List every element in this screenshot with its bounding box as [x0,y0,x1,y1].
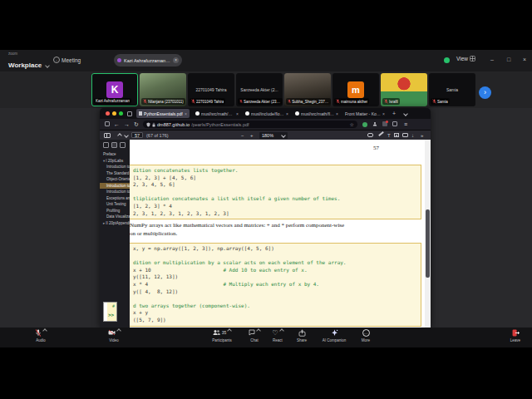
outline-item-active[interactable]: Introduction to NumPy [100,183,130,190]
chat-icon [249,329,255,336]
zoom-out-icon[interactable]: − [241,132,244,139]
text-tool-icon[interactable]: T [387,132,391,139]
ai-companion-button[interactable]: AI Companion [316,329,352,342]
outline-view-icon[interactable] [111,142,117,148]
sidebar-toggle-icon[interactable] [105,121,110,126]
close-window-button[interactable]: × [523,56,526,64]
share-tab-close-icon[interactable]: × [173,57,179,63]
audio-button[interactable]: Audio [25,329,57,342]
participant-name-label: Nilanjana (23701011) [141,98,185,105]
menu-icon[interactable]: ≡ [404,121,407,128]
list-tabs-chevron-icon[interactable] [403,111,408,116]
browser-tab[interactable]: musl/src/math/floor.c at maste × [293,109,341,118]
image-tool-icon[interactable] [394,133,399,137]
outline-item[interactable]: Profiling [100,208,130,214]
zoom-logo: zoom [8,52,49,57]
pdf-scrollbar[interactable] [425,140,431,328]
chat-options-chevron-icon[interactable] [256,328,261,333]
browser-tab-active[interactable]: PythonEssentials.pdf × [136,109,190,118]
outline-item[interactable]: Preface [100,151,130,158]
share-button[interactable]: Share [291,329,313,342]
participants-button[interactable]: 35 Participants [204,329,239,342]
body-paragraph: NumPy arrays act like mathematical vecto… [130,221,421,238]
tab-close-icon[interactable]: × [236,111,239,116]
participant-tile-samia[interactable]: Samia Samia [429,73,475,106]
firefox-view-icon[interactable] [127,111,132,116]
leave-icon [512,329,520,337]
back-icon[interactable]: ← [114,121,120,128]
zoom-workplace-brand: zoom Workplace [8,52,49,70]
adblock-extension-icon[interactable] [362,122,367,127]
profile-icon[interactable] [372,121,377,126]
workspace-chevron-down-icon[interactable] [45,63,50,68]
more-button[interactable]: ⋯ More [356,329,376,342]
extension-badge-icon[interactable] [382,121,387,126]
tab-shared-screen[interactable]: Kazi Ashrafuzzaman's scr... × [114,54,182,66]
participant-tile-subha[interactable]: Subha_Shegin_23701036 [284,73,331,106]
outline-item[interactable]: Introduction to Matplotlib [100,189,130,195]
pdf-favicon [139,111,142,116]
tab-close-icon[interactable]: × [286,111,288,116]
outline-item[interactable]: Exceptions and File Input/Output [100,195,130,202]
leave-button[interactable]: Leave [504,329,527,342]
code-line: x + 10 # Add 10 to each entry of x. [133,267,421,274]
previous-page-icon[interactable] [117,133,122,138]
next-participants-page-button[interactable]: › [479,86,491,99]
tab-close-icon[interactable]: × [185,111,187,116]
tab-close-icon[interactable]: × [336,111,338,116]
page-number-input[interactable]: 57 [131,132,143,138]
browser-tab[interactable]: musl/include/float.h at master × [243,109,291,118]
traffic-light-close-icon[interactable] [106,111,110,116]
participant-tile-maimuna[interactable]: m maimuna akther [332,73,379,106]
outline-item[interactable]: ▾I 20ptLabs [100,158,130,165]
participant-tile-tahira[interactable]: 22701049 Tahira 22701049 Tahira [188,73,234,106]
draw-tool-icon[interactable] [378,131,384,136]
more-tools-icon[interactable]: » [421,132,423,139]
browser-tab[interactable]: musl/src/math/__sin.c at mast × [193,109,241,118]
participant-tile-kazi[interactable]: K Kazi Ashrafuzzaman [91,73,138,106]
zoom-level-select[interactable]: 180% [259,132,288,139]
next-page-icon[interactable] [124,133,129,138]
scrollbar-thumb[interactable] [426,209,430,278]
minimize-button[interactable]: – [490,56,494,64]
new-tab-button[interactable]: + [392,110,396,117]
extensions-puzzle-icon[interactable] [392,121,397,126]
reload-icon[interactable]: ↻ [134,121,139,128]
participants-options-chevron-icon[interactable] [227,328,232,333]
browser-navbar: ← → ↻ dm887.github.io /pearls/PythonEsse… [100,119,431,130]
participant-tile-nilanjana[interactable]: Nilanjana (23701011) [140,73,186,106]
audio-options-chevron-icon[interactable] [42,328,47,333]
tab-meeting[interactable]: i Meeting [53,57,81,63]
comment-tool-icon[interactable] [367,133,373,137]
outline-item[interactable]: Unit Testing [100,201,130,208]
traffic-light-minimize-icon[interactable] [112,111,116,116]
download-icon[interactable]: ↓ [411,132,414,139]
outline-item[interactable]: The Standard Library [100,170,130,177]
browser-tabbar: PythonEssentials.pdf × musl/src/math/__s… [100,108,431,119]
react-button[interactable]: ♡ React [268,329,288,342]
browser-tab[interactable]: Front Matter - Kong-Numerical.pdf × [342,109,387,118]
url-bar[interactable]: dm887.github.io /pearls/PythonEssentials… [143,121,357,128]
outline-item[interactable]: Introduction to Python [100,164,130,170]
traffic-light-zoom-icon[interactable] [119,111,123,116]
react-options-chevron-icon[interactable] [279,328,284,333]
participant-tile-israfil[interactable]: Israfil [381,73,427,106]
thumbnails-view-icon[interactable] [103,142,109,148]
video-options-chevron-icon[interactable] [116,328,121,333]
forward-icon[interactable]: → [124,121,130,128]
attachments-view-icon[interactable] [120,142,126,148]
zoom-in-icon[interactable]: + [250,132,254,139]
outline-item[interactable]: Data Visualization [100,214,130,220]
participant-tile-sanzeeda[interactable]: Sanzeeda Akter (2... Sanzeeda Akter (237… [236,73,283,106]
maximize-button[interactable]: □ [507,56,510,64]
view-button[interactable]: View [456,56,475,62]
chat-button[interactable]: Chat [244,329,264,342]
outline-item[interactable]: Object-Oriented Programming [100,176,130,183]
outline-item[interactable]: ▸II 20ptAppendices [100,220,130,227]
print-icon[interactable] [402,133,408,137]
pdf-sidebar-toggle-icon[interactable] [104,133,111,138]
tab-close-icon[interactable]: × [382,111,385,116]
bookmark-star-icon[interactable]: ☆ [350,121,354,127]
mic-muted-icon [336,99,340,104]
video-button[interactable]: Video [98,329,130,342]
